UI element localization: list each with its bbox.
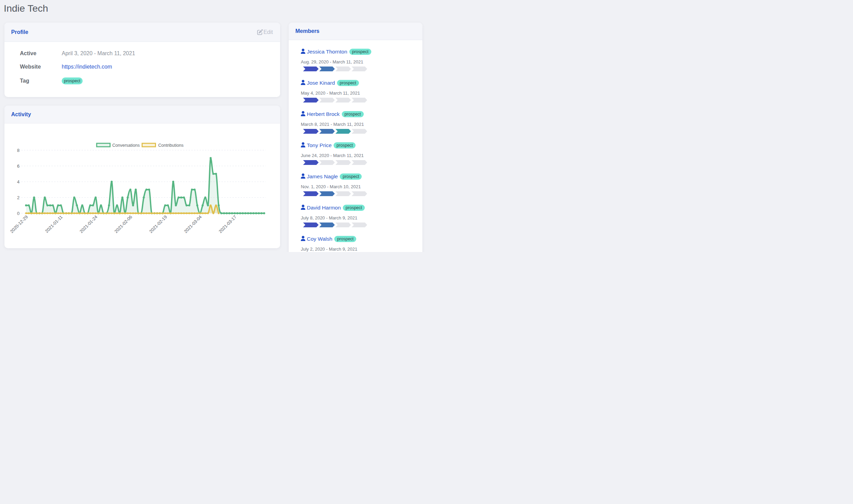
svg-text:2021-02-19: 2021-02-19: [148, 214, 168, 234]
svg-text:2021-01-11: 2021-01-11: [44, 214, 64, 234]
svg-text:6: 6: [17, 164, 20, 169]
svg-text:8: 8: [17, 148, 20, 153]
svg-text:0: 0: [17, 211, 20, 216]
svg-text:2021-03-17: 2021-03-17: [218, 214, 238, 234]
svg-text:4: 4: [17, 179, 20, 184]
svg-text:Conversations: Conversations: [112, 143, 140, 148]
svg-text:2021-03-04: 2021-03-04: [183, 214, 203, 234]
svg-text:2021-02-06: 2021-02-06: [113, 214, 133, 234]
svg-text:Contributions: Contributions: [158, 143, 184, 148]
svg-text:2021-01-24: 2021-01-24: [79, 214, 98, 234]
svg-text:2020-12-29: 2020-12-29: [9, 214, 29, 234]
svg-text:2: 2: [17, 195, 20, 200]
